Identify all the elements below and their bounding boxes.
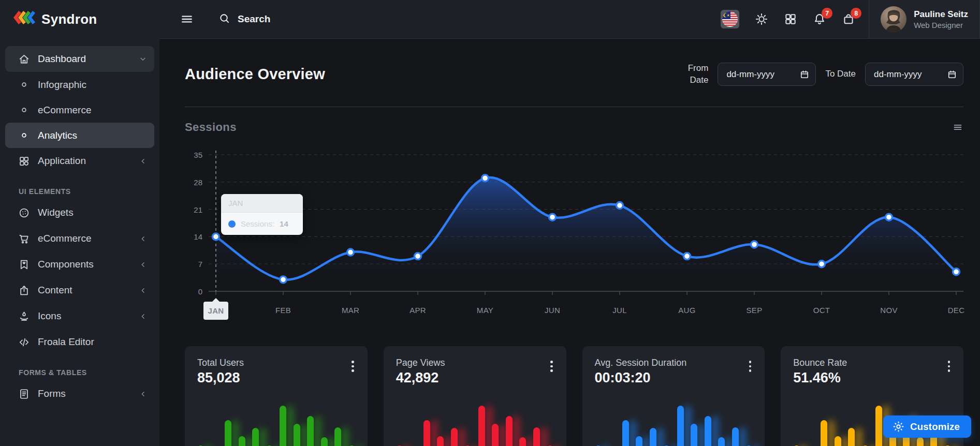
sidebar-item-dashboard[interactable]: Dashboard [5, 46, 154, 72]
y-tick-label: 21 [194, 205, 202, 214]
sidebar-item-widgets[interactable]: Widgets [5, 200, 154, 226]
chart-y-axis: 0714212835 [185, 148, 209, 299]
sidebar-item-label: eCommerce [38, 233, 139, 244]
sidebar-item-label: Icons [38, 310, 139, 322]
x-tick-label: MAR [332, 306, 369, 315]
malaysia-flag-icon [722, 11, 738, 27]
sparkline-bars [396, 402, 554, 446]
sidebar-item-label: Froala Editor [38, 336, 147, 348]
language-flag-button[interactable] [721, 10, 739, 28]
sidebar-section-label: FORMS & TABLES [19, 368, 154, 377]
x-tick-label: AUG [669, 306, 705, 315]
series-dot-icon [228, 220, 236, 228]
circle-bullet-icon [18, 129, 30, 142]
cart-icon [18, 232, 30, 245]
user-name: Pauline Seitz [914, 9, 968, 21]
sidebar-section-label: UI ELEMENTS [19, 187, 154, 196]
user-menu[interactable]: Pauline Seitz Web Designer [869, 0, 980, 38]
sidebar-item-label: Components [38, 259, 139, 270]
calendar-icon[interactable] [799, 69, 810, 80]
theme-toggle-button[interactable] [755, 12, 768, 26]
brand[interactable]: Syndron [0, 0, 159, 39]
hamburger-menu-button[interactable] [180, 12, 194, 26]
kebab-menu-icon[interactable] [946, 359, 953, 374]
x-tick-label: SEP [736, 306, 772, 315]
stat-card-value: 42,892 [396, 370, 554, 386]
stat-card-label: Total Users [197, 358, 355, 368]
circle-bullet-icon [18, 79, 30, 91]
stat-card-value: 00:03:20 [595, 370, 753, 386]
brand-name: Syndron [41, 11, 97, 27]
search-input[interactable] [238, 13, 455, 25]
journal-icon [18, 388, 30, 400]
customize-button[interactable]: Customize [883, 415, 971, 438]
app-grid-icon [18, 155, 30, 167]
y-tick-label: 28 [194, 178, 202, 187]
sidebar-item-analytics[interactable]: Analytics [5, 123, 154, 148]
sun-icon [755, 12, 768, 26]
sidebar-item-content[interactable]: Content [5, 277, 154, 303]
sidebar-item-label: Dashboard [38, 53, 139, 65]
sidebar-item-infographic[interactable]: Infographic [5, 72, 154, 97]
circle-bullet-icon [18, 104, 30, 116]
from-date-label: From Date [679, 63, 708, 85]
notifications-button[interactable]: 7 [813, 12, 826, 26]
page-title: Audience Overview [185, 66, 325, 83]
sparkline-bars [197, 402, 355, 446]
kebab-menu-icon[interactable] [548, 359, 555, 374]
stat-card-label: Bounce Rate [793, 358, 951, 368]
chevron-left-icon [139, 261, 147, 269]
stat-card-page-views: Page Views 42,892 [384, 346, 566, 446]
chevron-left-icon [139, 235, 147, 243]
sparkline-bars [595, 402, 753, 446]
home-icon [18, 53, 30, 65]
chevron-left-icon [139, 287, 147, 294]
stat-card-value: 85,028 [197, 370, 355, 386]
user-role: Web Designer [914, 21, 968, 29]
calendar-icon[interactable] [947, 69, 957, 80]
bookmark-heart-icon [18, 258, 30, 271]
stat-card-label: Page Views [396, 358, 554, 368]
x-tick-label: OCT [803, 306, 840, 315]
cart-button[interactable]: 8 [842, 12, 855, 26]
sidebar-item-components[interactable]: Components [5, 251, 154, 277]
sidebar-item-label: Analytics [38, 130, 147, 141]
sidebar-item-ecommerce[interactable]: eCommerce [5, 226, 154, 251]
chart-plot-area[interactable]: JAN Sessions: 14 [209, 148, 963, 299]
search-icon [218, 12, 230, 26]
y-tick-label: 14 [194, 232, 202, 241]
customize-label: Customize [910, 421, 960, 433]
y-tick-label: 0 [198, 287, 202, 296]
sidebar-item-label: eCommerce [38, 105, 147, 116]
sidebar-item-ecommerce[interactable]: eCommerce [5, 97, 154, 123]
apps-grid-button[interactable] [784, 12, 797, 26]
x-tick-label: NOV [871, 306, 907, 315]
cart-badge: 8 [851, 8, 861, 19]
sidebar-item-label: Content [38, 285, 139, 296]
chevron-left-icon [139, 313, 147, 320]
x-tick-label-selected: JAN [203, 302, 228, 320]
kebab-menu-icon[interactable] [349, 359, 356, 374]
tooltip-category: JAN [221, 194, 303, 213]
sidebar-item-icons[interactable]: Icons [5, 303, 154, 329]
sidebar-item-label: Application [38, 155, 139, 167]
sidebar-item-label: Forms [38, 388, 139, 399]
sidebar-item-froala-editor[interactable]: Froala Editor [5, 329, 154, 355]
sidebar: Syndron DashboardInfographiceCommerceAna… [0, 0, 159, 446]
brand-logo-icon [11, 10, 35, 29]
x-tick-label: FEB [265, 306, 301, 315]
y-tick-label: 35 [194, 151, 202, 159]
to-date-label: To Date [825, 68, 856, 80]
box-arrow-up-icon [18, 284, 30, 296]
kebab-menu-icon[interactable] [747, 359, 754, 374]
chart-menu-icon[interactable] [952, 122, 963, 133]
stat-card-total-users: Total Users 85,028 [185, 346, 368, 446]
x-tick-label: MAY [467, 306, 503, 315]
notification-badge: 7 [822, 8, 832, 19]
sidebar-item-forms[interactable]: Forms [5, 381, 154, 407]
sidebar-item-application[interactable]: Application [5, 148, 154, 174]
stat-card-avg-session-duration: Avg. Session Duration 00:03:20 [582, 346, 765, 446]
chart-title: Sessions [185, 121, 237, 134]
main-content: Audience Overview From Date To Date Sess… [159, 39, 980, 446]
cookie-icon [18, 206, 30, 219]
